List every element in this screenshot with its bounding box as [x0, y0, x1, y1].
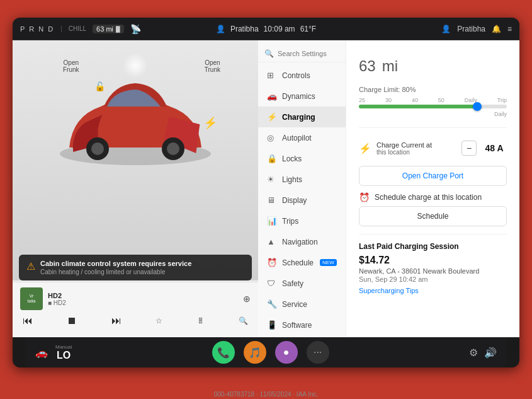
signal-icon: 📡 [130, 24, 141, 34]
prnd-indicator: P R N D [20, 25, 54, 33]
volume-icon[interactable]: 🔊 [484, 347, 497, 359]
sidebar-item-trips[interactable]: 📊 Trips [258, 211, 346, 231]
slider-labels: 25 30 40 50 Daily Trip [359, 97, 507, 103]
lights-icon: ☀ [267, 175, 277, 184]
sidebar-item-locks[interactable]: 🔒 Locks [258, 148, 346, 169]
divider-2 [359, 234, 507, 234]
controls-icon: ⊞ [267, 71, 277, 80]
warning-banner: ⚠ Cabin climate control system requires … [19, 255, 252, 280]
software-label: Software [282, 321, 312, 330]
charging-icon: ⚡ [267, 112, 277, 122]
charging-panel: 63 mi Charge Limit: 80% 25 30 40 50 Dail… [346, 40, 519, 337]
equalizer-button[interactable]: 🎚 [197, 316, 205, 325]
search-media-button[interactable]: 🔍 [239, 316, 248, 325]
current-value: 48 A [482, 143, 507, 153]
time-label: 10:09 am [264, 25, 295, 33]
station-freq: ■ HD2 [48, 299, 238, 306]
car-icon[interactable]: 🚗 [35, 347, 48, 359]
schedule-label-text: Schedule charge at this location [375, 193, 482, 202]
charge-current-row: ⚡ Charge Current at this location − 48 A [359, 136, 507, 161]
charge-slider-thumb[interactable] [473, 102, 482, 111]
favorite-button[interactable]: ☆ [156, 316, 162, 325]
prev-track-button[interactable]: ⏮ [23, 315, 33, 327]
open-charge-port-button[interactable]: Open Charge Port [359, 166, 507, 186]
drive-mode-label: Manual [55, 344, 72, 350]
sidebar-item-safety[interactable]: 🛡 Safety [258, 273, 346, 294]
sidebar-item-dynamics[interactable]: 🚗 Dynamics [258, 86, 346, 107]
display-icon: 🖥 [267, 195, 277, 205]
sidebar-item-controls[interactable]: ⊞ Controls [258, 65, 346, 86]
session-amount: $14.72 [359, 255, 507, 266]
car-area: Open Frunk OpenTrunk 🔓 ⚡ [13, 40, 258, 280]
open-frunk-label[interactable]: Open Frunk [63, 59, 79, 73]
sidebar-item-software[interactable]: 📱 Software [258, 315, 346, 335]
schedule-icon: ⏰ [267, 258, 277, 267]
user-icon-right: 👤 [441, 25, 451, 33]
right-status-area: 👤 Pratibha 🔔 ≡ [441, 25, 512, 33]
bluetooth-icon[interactable]: ⚙ [469, 347, 478, 359]
locks-label: Locks [282, 154, 302, 163]
search-icon: 🔍 [264, 49, 274, 58]
warning-icon: ⚠ [26, 260, 35, 272]
sidebar-item-display[interactable]: 🖥 Display [258, 190, 346, 211]
menu-icon: ≡ [507, 25, 512, 33]
taskbar-center: 📞 🎵 ● ··· [77, 341, 464, 364]
media-controls: Vrtalia HD2 ■ HD2 ⊕ ⏮ ⏹ ⏭ ☆ 🎚 🔍 [13, 282, 258, 337]
warning-main-text: Cabin climate control system requires se… [40, 260, 191, 267]
charge-limit-slider[interactable] [359, 105, 507, 108]
search-bar: 🔍 [258, 45, 346, 62]
controls-label: Controls [282, 71, 310, 80]
schedule-new-badge: NEW [320, 259, 337, 266]
username-label: Pratibha [230, 25, 259, 33]
lightning-icon: ⚡ [359, 142, 371, 154]
range-unit: mi [382, 57, 398, 74]
decrease-current-button[interactable]: − [461, 141, 477, 156]
sidebar-item-lights[interactable]: ☀ Lights [258, 169, 346, 190]
warning-sub-text: Cabin heating / cooling limited or unava… [40, 269, 191, 275]
divider-1 [359, 127, 507, 128]
media-button[interactable]: ● [275, 341, 298, 364]
drive-mode-value: LO [57, 350, 71, 361]
service-icon: 🔧 [267, 299, 277, 309]
sidebar-item-autopilot[interactable]: ◎ Autopilot [258, 127, 346, 148]
next-track-button[interactable]: ⏭ [111, 315, 122, 327]
navigation-icon: ▲ [267, 237, 277, 246]
lights-label: Lights [282, 175, 302, 184]
bell-icon: 🔔 [492, 25, 501, 33]
taskbar-right: ⚙ 🔊 [469, 347, 497, 359]
range-display: 63 mi [359, 50, 507, 77]
session-date: Sun, Sep 29 10:42 am [359, 275, 507, 283]
media-more-icon[interactable]: ⊕ [243, 294, 251, 304]
search-input[interactable] [278, 50, 339, 57]
schedule-button[interactable]: Schedule [359, 206, 507, 226]
open-trunk-label[interactable]: OpenTrunk [205, 59, 220, 73]
last-session-title: Last Paid Charging Session [359, 242, 507, 251]
supercharger-tips-link[interactable]: Supercharging Tips [359, 287, 507, 294]
charge-limit-section: Charge Limit: 80% 25 30 40 50 Daily Trip… [359, 86, 507, 117]
music-button[interactable]: 🎵 [244, 341, 266, 364]
range-badge: 63 mi ▓ [93, 25, 123, 33]
taskbar: 🚗 Manual LO 📞 🎵 ● ··· ⚙ 🔊 [25, 337, 507, 367]
locks-icon: 🔒 [267, 154, 277, 163]
display-label: Display [282, 196, 307, 205]
drive-mode-display: Manual LO [55, 344, 72, 361]
drive-mode-indicator: CHILL [69, 25, 86, 32]
dynamics-icon: 🚗 [267, 91, 277, 101]
range-value: 63 [359, 57, 376, 74]
sidebar-item-schedule[interactable]: ⏰ Schedule NEW [258, 252, 346, 273]
stop-button[interactable]: ⏹ [67, 315, 77, 327]
sidebar-item-service[interactable]: 🔧 Service [258, 294, 346, 315]
svg-point-2 [91, 142, 104, 155]
trips-label: Trips [282, 217, 298, 226]
safety-label: Safety [282, 279, 303, 288]
phone-button[interactable]: 📞 [212, 341, 235, 364]
station-info: HD2 ■ HD2 [48, 292, 238, 306]
station-name: HD2 [48, 292, 238, 299]
footer-text: 000-40783718 · 11/05/2024 · IAA Inc. [214, 391, 319, 398]
sidebar-item-charging[interactable]: ⚡ Charging [258, 107, 346, 127]
schedule-label: Schedule [282, 258, 314, 267]
safety-icon: 🛡 [267, 279, 277, 288]
dots-button[interactable]: ··· [307, 341, 329, 364]
sidebar-item-navigation[interactable]: ▲ Navigation [258, 231, 346, 252]
charge-current-label: Charge Current at this location [376, 141, 456, 156]
